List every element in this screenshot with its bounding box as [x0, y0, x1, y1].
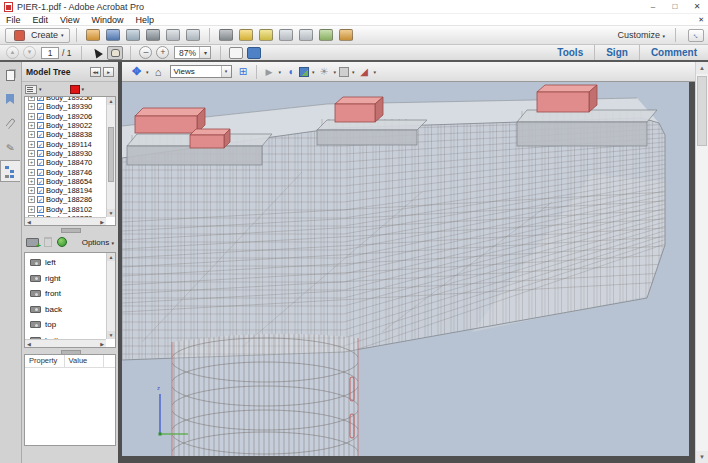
view-item[interactable]: back [25, 302, 115, 318]
menu-view[interactable]: View [54, 15, 85, 25]
toggle-model-tree-icon[interactable]: ⊞ [237, 66, 250, 78]
panel-splitter[interactable] [22, 348, 118, 354]
expand-icon[interactable]: + [28, 122, 35, 129]
sign-tab[interactable]: Sign [594, 45, 639, 60]
previous-page-button[interactable]: ▲ [6, 46, 19, 59]
select-tool-button[interactable] [89, 46, 105, 60]
menu-edit[interactable]: Edit [27, 15, 55, 25]
model-tree-item[interactable]: +✓Body_189206 [25, 112, 115, 121]
views-dropdown[interactable]: Views ▾ [170, 65, 232, 78]
visibility-checkbox[interactable]: ✓ [37, 187, 44, 194]
scroll-up-icon[interactable]: ▲ [107, 97, 115, 105]
visibility-checkbox[interactable]: ✓ [37, 178, 44, 185]
model-tree-item[interactable]: +✓Body_188746 [25, 167, 115, 176]
new-view-camera-icon[interactable] [26, 238, 39, 247]
zoom-out-button[interactable]: – [139, 46, 152, 59]
tree-scroll-thumb[interactable] [108, 127, 114, 182]
panel-splitter[interactable] [22, 226, 118, 232]
expand-icon[interactable]: + [28, 178, 35, 185]
edit-page-icon[interactable] [166, 29, 180, 41]
document-scroll-thumb[interactable] [697, 76, 707, 146]
model-tree-item[interactable]: +✓Body_188194 [25, 186, 115, 195]
scroll-down-icon[interactable]: ▼ [107, 331, 115, 339]
rotate-tool-icon[interactable]: ✥ [130, 66, 143, 78]
model-tree-item[interactable]: +✓Body_188930 [25, 149, 115, 158]
visibility-checkbox[interactable]: ✓ [37, 169, 44, 176]
cross-section-icon[interactable]: ◢ [358, 66, 371, 78]
scroll-up-icon[interactable]: ▲ [696, 62, 708, 74]
scrolling-mode-icon[interactable] [229, 47, 243, 59]
menu-window[interactable]: Window [85, 15, 129, 25]
expand-icon[interactable]: + [28, 150, 35, 157]
delete-view-icon[interactable] [44, 237, 52, 247]
gear-icon[interactable] [219, 29, 233, 41]
expand-icon[interactable]: + [28, 196, 35, 203]
save-icon[interactable] [106, 29, 120, 41]
visibility-checkbox[interactable]: ✓ [37, 206, 44, 213]
expand-icon[interactable]: + [28, 131, 35, 138]
zoom-in-button[interactable]: + [156, 46, 169, 59]
menubar-close-icon[interactable]: ✕ [698, 16, 708, 24]
tree-vertical-scrollbar[interactable]: ▲ ▼ [106, 97, 115, 217]
menu-help[interactable]: Help [129, 15, 160, 25]
send-file-icon[interactable] [126, 29, 140, 41]
sign-doc-icon[interactable] [339, 29, 353, 41]
export-doc-icon[interactable] [279, 29, 293, 41]
tools-tab[interactable]: Tools [546, 45, 594, 60]
hand-tool-button[interactable] [107, 46, 123, 60]
views-options-button[interactable]: Options ▾ [82, 238, 114, 247]
visibility-checkbox[interactable]: ✓ [37, 150, 44, 157]
projection-mode-icon[interactable]: ◖ [284, 66, 297, 78]
model-tree-item[interactable]: +✓Body_188286 [25, 195, 115, 204]
model-tree-item[interactable]: +✓Body_189390 [25, 102, 115, 111]
expand-icon[interactable]: + [28, 187, 35, 194]
visibility-checkbox[interactable]: ✓ [37, 196, 44, 203]
scroll-up-icon[interactable]: ▲ [107, 253, 115, 261]
visibility-checkbox[interactable]: ✓ [37, 122, 44, 129]
model-tree-item[interactable]: +✓Body_188102 [25, 205, 115, 214]
render-mode-cube-icon[interactable] [299, 67, 309, 77]
comment-bubble-icon[interactable] [239, 29, 253, 41]
visibility-checkbox[interactable]: ✓ [37, 113, 44, 120]
expand-icon[interactable]: + [28, 159, 35, 166]
bookmarks-icon[interactable] [0, 88, 20, 110]
expand-icon[interactable]: + [28, 103, 35, 110]
scroll-down-icon[interactable]: ▼ [696, 451, 708, 463]
views-horizontal-scrollbar[interactable]: ◀▶ [25, 339, 106, 347]
visibility-checkbox[interactable]: ✓ [37, 96, 44, 101]
model-tree-item[interactable]: +✓Body_188838 [25, 130, 115, 139]
tree-horizontal-scrollbar[interactable]: ◀▶ [25, 217, 106, 225]
email-icon[interactable] [186, 29, 200, 41]
print-icon[interactable] [146, 29, 160, 41]
visibility-checkbox[interactable]: ✓ [37, 159, 44, 166]
expand-icon[interactable]: + [28, 169, 35, 176]
model-tree-item[interactable]: +✓Body_188654 [25, 177, 115, 186]
tree-options-icon[interactable] [25, 85, 37, 94]
views-vertical-scrollbar[interactable]: ▲ ▼ [106, 253, 115, 339]
menu-file[interactable]: File [0, 15, 27, 25]
model-tree-item[interactable]: +✓Body_189114 [25, 139, 115, 148]
view-item[interactable]: left [25, 255, 115, 271]
model-tree-item[interactable]: +✓Body_189022 [25, 121, 115, 130]
minimize-button[interactable]: – [642, 0, 664, 14]
visibility-checkbox[interactable]: ✓ [37, 131, 44, 138]
expand-icon[interactable]: + [28, 141, 35, 148]
expand-icon[interactable]: + [28, 96, 35, 101]
comment-tab[interactable]: Comment [639, 45, 708, 60]
reading-mode-icon[interactable]: ↔ [688, 29, 704, 42]
document-vertical-scrollbar[interactable]: ▲ ▼ [695, 62, 708, 463]
customize-button[interactable]: Customize ▾ [613, 30, 669, 40]
attach-doc-icon[interactable] [299, 29, 313, 41]
scroll-down-icon[interactable]: ▼ [107, 209, 115, 217]
default-view-home-icon[interactable]: ⌂ [152, 66, 165, 78]
visibility-checkbox[interactable]: ✓ [37, 141, 44, 148]
visibility-checkbox[interactable]: ✓ [37, 103, 44, 110]
fit-window-icon[interactable] [247, 47, 261, 59]
open-icon[interactable] [86, 29, 100, 41]
view-item[interactable]: top [25, 317, 115, 333]
view-item[interactable]: right [25, 271, 115, 287]
expand-icon[interactable]: + [28, 113, 35, 120]
attachments-icon[interactable] [0, 112, 20, 134]
create-button[interactable]: Create ▾ [5, 28, 70, 43]
next-page-button[interactable]: ▼ [23, 46, 36, 59]
